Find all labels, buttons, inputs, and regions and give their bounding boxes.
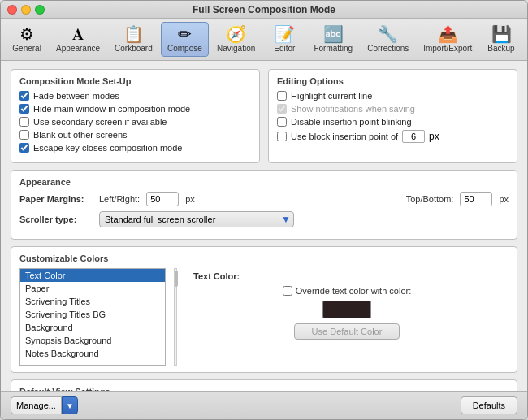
top-bottom-label: Top/Bottom: — [406, 194, 454, 204]
corrections-icon: 🔧 — [378, 26, 398, 42]
toolbar-label-corrections: Corrections — [367, 44, 409, 53]
defaults-button[interactable]: Defaults — [461, 396, 517, 414]
appearance-section: Appearance Paper Margins: Left/Right: 50… — [11, 170, 517, 240]
title-bar: Full Screen Composition Mode — [1, 1, 527, 19]
editor-icon: 📝 — [275, 26, 295, 42]
checkbox-show-notif: Show notifications when saving — [277, 104, 509, 114]
toolbar-label-importexport: Import/Export — [423, 44, 472, 53]
editing-options-section: Editing Options Highlight current line S… — [268, 69, 517, 163]
importexport-icon: 📤 — [438, 26, 458, 42]
toolbar-label-formatting: Formatting — [314, 44, 353, 53]
block-insert-value-input[interactable]: 6 — [402, 130, 425, 143]
checkbox-blank-input[interactable] — [19, 130, 29, 140]
toolbar-label-navigation: Navigation — [217, 44, 255, 53]
window-title: Full Screen Composition Mode — [193, 4, 335, 15]
top-bottom-input[interactable]: 50 — [460, 192, 492, 206]
toolbar-item-general[interactable]: ⚙ General — [6, 22, 48, 57]
colors-section: Customizable Colors Text Color Paper Scr… — [11, 246, 517, 373]
checkbox-block-insert: Use block insertion point of 6 px — [277, 130, 509, 143]
main-content: Composition Mode Set-Up Fade between mod… — [1, 61, 527, 391]
checkbox-blank-label: Blank out other screens — [33, 130, 128, 140]
top-sections: Composition Mode Set-Up Fade between mod… — [11, 69, 517, 163]
navigation-icon: 🧭 — [226, 26, 246, 42]
color-list-item-notes-bg[interactable]: Notes Background — [20, 347, 165, 360]
toolbar-label-editor: Editor — [274, 44, 295, 53]
window: Full Screen Composition Mode ⚙ General 𝐀… — [0, 0, 528, 420]
general-icon: ⚙ — [19, 26, 34, 42]
checkbox-hide-main-input[interactable] — [19, 104, 29, 114]
checkbox-block-insert-input[interactable] — [277, 132, 287, 141]
toolbar-item-appearance[interactable]: 𝐀 Appearance — [50, 22, 106, 57]
left-right-input[interactable]: 50 — [146, 192, 179, 206]
scroller-row: Scroller type: Standard full screen scro… — [19, 211, 509, 227]
paper-margins-row: Paper Margins: Left/Right: 50 px Top/Bot… — [19, 192, 509, 206]
override-checkbox[interactable] — [283, 286, 292, 296]
appearance-icon: 𝐀 — [72, 26, 84, 42]
close-button[interactable] — [7, 5, 17, 15]
colors-title: Customizable Colors — [19, 253, 509, 263]
checkbox-block-insert-label: Use block insertion point of — [291, 132, 398, 141]
compose-icon: ✏ — [178, 26, 192, 42]
color-list-item-paper[interactable]: Paper — [20, 282, 165, 295]
manage-wrapper: Manage... ▼ — [11, 396, 78, 414]
appearance-title: Appearance — [19, 177, 509, 187]
checkbox-hide-main: Hide main window in composition mode — [19, 104, 251, 114]
toolbar-item-corkboard[interactable]: 📋 Corkboard — [108, 22, 159, 57]
traffic-lights — [7, 5, 45, 15]
checkbox-show-notif-label: Show notifications when saving — [291, 104, 415, 114]
checkbox-secondary-label: Use secondary screen if available — [33, 117, 167, 127]
left-right-px: px — [185, 194, 195, 204]
checkbox-secondary-input[interactable] — [19, 117, 29, 127]
manage-select[interactable]: Manage... — [11, 396, 62, 414]
toolbar-label-appearance: Appearance — [56, 44, 100, 53]
color-swatch[interactable] — [322, 301, 371, 318]
checkbox-escape-label: Escape key closes composition mode — [33, 143, 182, 153]
list-scrollbar[interactable] — [174, 268, 177, 366]
checkbox-escape: Escape key closes composition mode — [19, 143, 251, 153]
checkbox-fade-input[interactable] — [19, 91, 29, 101]
color-list[interactable]: Text Color Paper Scrivening Titles Scriv… — [19, 268, 166, 366]
toolbar-item-navigation[interactable]: 🧭 Navigation — [210, 22, 262, 57]
override-label: Override text color with color: — [296, 286, 411, 296]
toolbar-item-formatting[interactable]: 🔤 Formatting — [307, 22, 359, 57]
checkbox-highlight-label: Highlight current line — [291, 91, 372, 101]
checkbox-secondary: Use secondary screen if available — [19, 117, 251, 127]
composition-setup-section: Composition Mode Set-Up Fade between mod… — [11, 69, 260, 163]
bottom-bar: Manage... ▼ Defaults — [1, 391, 527, 419]
checkbox-fade-label: Fade between modes — [33, 91, 119, 101]
left-right-label: Left/Right: — [99, 194, 140, 204]
color-list-item-text[interactable]: Text Color — [20, 269, 165, 282]
toolbar-item-backup[interactable]: 💾 Backup — [480, 22, 522, 57]
toolbar-item-corrections[interactable]: 🔧 Corrections — [361, 22, 415, 57]
minimize-button[interactable] — [21, 5, 31, 15]
composition-setup-title: Composition Mode Set-Up — [19, 76, 251, 86]
scroller-select-wrapper: Standard full screen scroller Fixed posi… — [99, 211, 294, 227]
color-right-panel: Text Color: Override text color with col… — [185, 268, 509, 366]
checkbox-disable-blink: Disable insertion point blinking — [277, 117, 509, 127]
checkbox-highlight: Highlight current line — [277, 91, 509, 101]
editing-options-title: Editing Options — [277, 76, 509, 86]
toolbar-item-editor[interactable]: 📝 Editor — [263, 22, 305, 57]
checkbox-highlight-input[interactable] — [277, 91, 287, 101]
toolbar-item-importexport[interactable]: 📤 Import/Export — [417, 22, 478, 57]
toolbar-label-general: General — [12, 44, 41, 53]
scroller-select[interactable]: Standard full screen scroller Fixed posi… — [99, 211, 294, 227]
color-list-item-scriv-titles[interactable]: Scrivening Titles — [20, 295, 165, 308]
paper-margins-label: Paper Margins: — [19, 194, 93, 204]
formatting-icon: 🔤 — [323, 26, 344, 42]
toolbar-item-compose[interactable]: ✏ Compose — [161, 22, 209, 57]
checkbox-hide-main-label: Hide main window in composition mode — [33, 104, 190, 114]
color-list-item-background[interactable]: Background — [20, 321, 165, 334]
checkbox-escape-input[interactable] — [19, 143, 29, 153]
colors-inner: Text Color Paper Scrivening Titles Scriv… — [19, 268, 509, 366]
checkbox-disable-blink-input[interactable] — [277, 117, 287, 127]
checkbox-fade: Fade between modes — [19, 91, 251, 101]
manage-arrow-button[interactable]: ▼ — [62, 396, 78, 414]
checkbox-disable-blink-label: Disable insertion point blinking — [291, 117, 412, 127]
top-bottom-px: px — [499, 194, 509, 204]
color-list-item-synopsis-bg[interactable]: Synopsis Background — [20, 334, 165, 347]
maximize-button[interactable] — [35, 5, 45, 15]
color-list-item-scriv-bg[interactable]: Scrivening Titles BG — [20, 308, 165, 321]
color-right-title: Text Color: — [193, 271, 240, 281]
toolbar-label-backup: Backup — [487, 44, 514, 53]
